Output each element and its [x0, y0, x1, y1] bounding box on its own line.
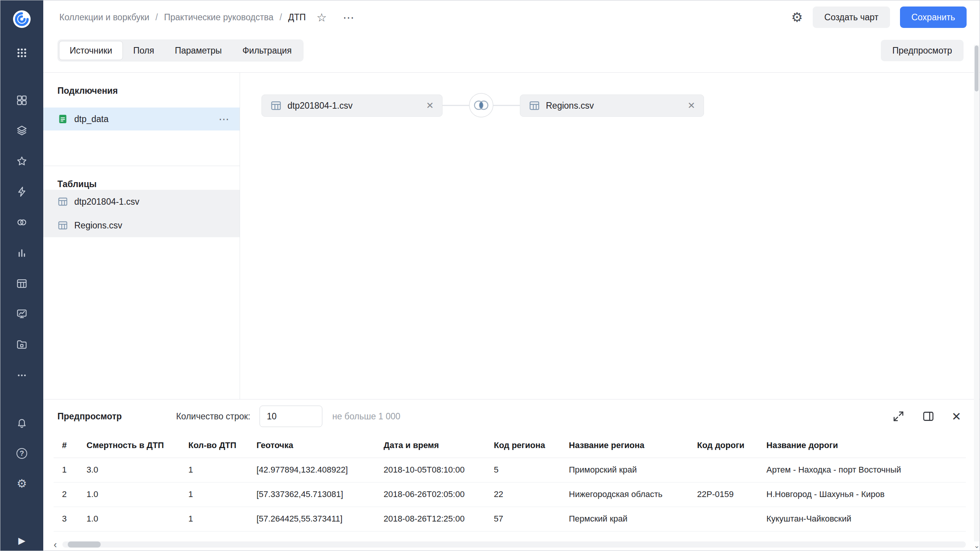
col-header-road-code: Код дороги [697, 433, 766, 458]
table-item-dtp201804[interactable]: dtp201804-1.csv [43, 190, 240, 214]
tables-icon[interactable] [0, 278, 43, 289]
vertical-scrollbar[interactable] [974, 45, 979, 541]
remove-source-icon[interactable]: ✕ [678, 100, 695, 111]
cell: Нижегородская область [569, 482, 697, 507]
col-header-index: # [54, 433, 87, 458]
cell: 2018-08-26T12:25:00 [384, 507, 494, 531]
row-count-input[interactable] [260, 406, 322, 427]
favorites-icon[interactable] [0, 155, 43, 167]
help-icon[interactable]: ? [0, 448, 43, 459]
table-item-regions[interactable]: Regions.csv [43, 214, 240, 237]
charts-icon[interactable] [0, 247, 43, 259]
create-chart-button[interactable]: Создать чарт [813, 7, 890, 28]
preview-panel: Предпросмотр Количество строк: не больше… [43, 399, 980, 551]
close-preview-icon[interactable]: ✕ [952, 410, 961, 423]
join-type-badge[interactable] [469, 93, 493, 119]
cell: 1 [188, 458, 256, 482]
preview-row: 1 3.0 1 [42.977894,132.408922] 2018-10-0… [54, 458, 966, 482]
breadcrumb-separator: / [155, 12, 158, 23]
tables-title: Таблицы [57, 179, 240, 190]
cell: 3 [54, 507, 87, 531]
cell [697, 507, 766, 531]
tab-sources[interactable]: Источники [59, 41, 123, 60]
dataset-settings-gear-icon[interactable]: ⚙ [791, 10, 803, 25]
preview-row: 3 1.0 1 [57.264425,55.373411] 2018-08-26… [54, 507, 966, 531]
breadcrumb-guides[interactable]: Практические руководства [164, 12, 273, 23]
dashboards-icon[interactable] [0, 308, 43, 320]
source-chip-dtp201804[interactable]: dtp201804-1.csv ✕ [261, 95, 443, 117]
connection-item-dtp-data[interactable]: dtp_data ⋯ [43, 108, 240, 130]
preview-title: Предпросмотр [57, 411, 122, 422]
cell: 2018-10-05T08:10:00 [384, 458, 494, 482]
breadcrumb-collections[interactable]: Коллекции и воркбуки [59, 12, 149, 23]
preview-header: Предпросмотр Количество строк: не больше… [43, 399, 980, 433]
divider [43, 166, 240, 166]
sidebar-expand-icon[interactable]: ▶ [0, 535, 43, 546]
cell: Кукуштан-Чайковский [766, 507, 966, 531]
source-chip-label: dtp201804-1.csv [287, 101, 353, 111]
connections-icon[interactable] [0, 186, 43, 197]
notifications-bell-icon[interactable] [0, 417, 43, 429]
apps-grid-icon[interactable] [0, 47, 43, 59]
tab-parameters[interactable]: Параметры [165, 41, 232, 60]
tabset: Источники Поля Параметры Фильтрация [57, 39, 304, 62]
connections-title: Подключения [57, 86, 240, 96]
datalens-dataset-editor: ? ⚙ ▶ Коллекции и воркбуки / Практически… [0, 0, 980, 551]
scroll-down-icon[interactable]: ⌄ [974, 541, 979, 550]
table-icon [270, 100, 282, 111]
expand-preview-icon[interactable] [892, 410, 905, 423]
table-name: Regions.csv [74, 220, 122, 231]
breadcrumb: Коллекции и воркбуки / Практические руко… [59, 11, 355, 24]
col-header-road-name: Название дороги [766, 433, 966, 458]
cell: 22Р-0159 [697, 482, 766, 507]
col-header-datetime: Дата и время [384, 433, 494, 458]
table-icon [529, 100, 540, 111]
preview-toggle-button[interactable]: Предпросмотр [881, 40, 964, 61]
cell: [57.337362,45.713081] [256, 482, 384, 507]
horizontal-scroll-track[interactable] [62, 541, 966, 548]
row-count-hint: не больше 1 000 [332, 411, 400, 422]
preview-controls: ✕ [892, 410, 961, 423]
save-button[interactable]: Сохранить [900, 7, 967, 28]
vertical-scroll-thumb[interactable] [975, 46, 978, 91]
cell: [42.977894,132.408922] [256, 458, 384, 482]
source-chip-regions[interactable]: Regions.csv ✕ [520, 95, 704, 117]
connection-name: dtp_data [74, 114, 109, 124]
favorite-star-icon[interactable]: ☆ [317, 11, 327, 24]
connection-more-icon[interactable]: ⋯ [219, 113, 230, 126]
cell: 3.0 [87, 458, 188, 482]
storage-icon[interactable] [0, 339, 43, 350]
table-name: dtp201804-1.csv [74, 197, 139, 207]
sources-panel: Подключения dtp_data ⋯ Таблицы dtp201804… [43, 73, 240, 399]
cell: 22 [494, 482, 569, 507]
service-sidebar: ? ⚙ ▶ [0, 0, 43, 551]
sidebar-more-icon[interactable] [0, 370, 43, 381]
datalens-logo[interactable] [0, 10, 43, 28]
cell: Н.Новгород - Шахунья - Киров [766, 482, 966, 507]
cell: 57 [494, 507, 569, 531]
settings-gear-icon[interactable]: ⚙ [0, 478, 43, 489]
row-count-label: Количество строк: [176, 411, 250, 422]
cell: Приморский край [569, 458, 697, 482]
cell: 5 [494, 458, 569, 482]
tab-fields[interactable]: Поля [123, 41, 165, 60]
table-icon [57, 196, 68, 207]
cell [697, 458, 766, 482]
more-options-icon[interactable]: ⋯ [343, 11, 355, 24]
cell: 1 [188, 507, 256, 531]
remove-source-icon[interactable]: ✕ [417, 100, 434, 111]
cell: 2 [54, 482, 87, 507]
horizontal-scroll-thumb[interactable] [68, 541, 101, 548]
workbooks-icon[interactable] [0, 125, 43, 136]
datasets-icon[interactable] [0, 217, 43, 228]
breadcrumb-current: ДТП [288, 12, 306, 23]
source-chip-label: Regions.csv [546, 101, 594, 111]
preview-table: # Смертность в ДТП Кол-во ДТП Геоточка Д… [54, 433, 966, 531]
dock-preview-icon[interactable] [922, 410, 935, 423]
datalens-logo-icon [13, 10, 31, 28]
preview-header-row: # Смертность в ДТП Кол-во ДТП Геоточка Д… [54, 433, 966, 458]
tabs-bar: Источники Поля Параметры Фильтрация Пред… [43, 39, 980, 62]
horizontal-scrollbar: ‹ [54, 541, 966, 548]
tab-filtering[interactable]: Фильтрация [232, 41, 302, 60]
collections-icon[interactable] [0, 95, 43, 106]
